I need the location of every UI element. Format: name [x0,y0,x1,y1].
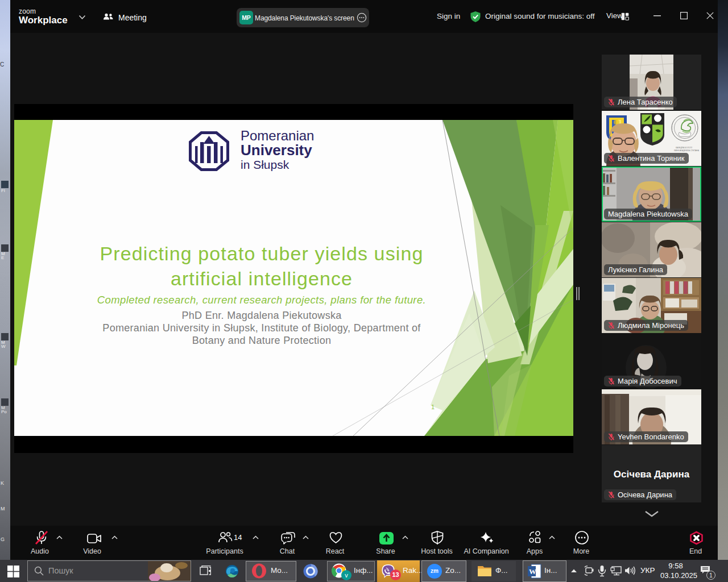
svg-text:in Słupsk: in Słupsk [241,158,289,171]
svg-text:W: W [529,567,536,576]
svg-text:Pomeranian: Pomeranian [241,128,314,143]
svg-text:ІМЕНІ АКАДЕМІКА СТЕПАНА: ІМЕНІ АКАДЕМІКА СТЕПАНА [674,149,700,152]
svg-text:University: University [241,142,312,159]
svg-text:КАФЕДРА БІОЛОГІЇ: КАФЕДРА БІОЛОГІЇ [676,147,692,149]
svg-text:1: 1 [431,404,435,410]
